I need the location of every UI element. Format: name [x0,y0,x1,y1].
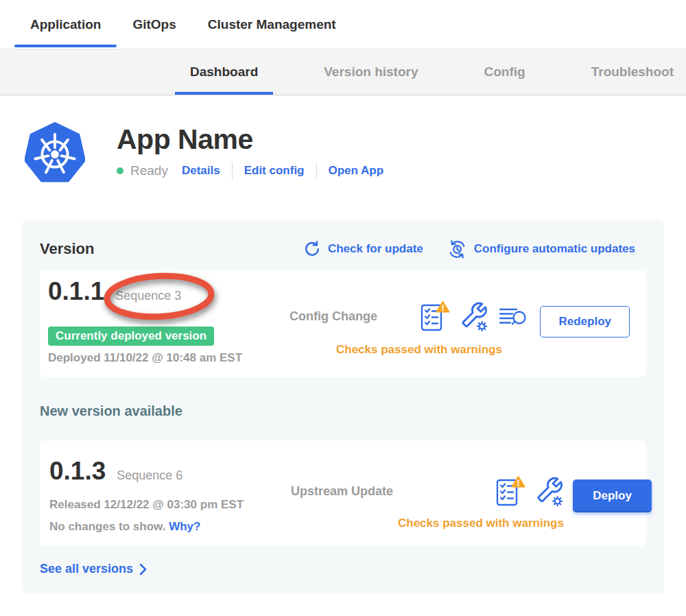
chevron-right-icon [139,563,147,576]
available-change-type: Upstream Update [291,484,393,499]
version-panel: Version Check for update [22,220,664,594]
preflight-checks-warning-icon[interactable] [495,475,525,507]
divider [316,163,317,179]
app-status: Ready [130,163,168,178]
view-files-icon[interactable] [498,304,527,329]
new-version-heading: New version available [40,403,646,419]
tab-config[interactable]: Config [469,49,541,95]
redeploy-button[interactable]: Redeploy [540,306,630,337]
available-version-sequence: Sequence 6 [117,469,182,483]
current-version-sequence: Sequence 3 [115,289,181,303]
currently-deployed-badge: Currently deployed version [48,327,214,346]
tab-troubleshoot[interactable]: Troubleshoot [576,49,686,95]
why-link[interactable]: Why? [169,520,200,533]
configure-auto-updates-button[interactable]: Configure automatic updates [447,239,635,259]
open-app-link[interactable]: Open App [329,164,384,178]
tab-application[interactable]: Application [14,0,117,49]
see-all-versions-label: See all versions [40,562,133,576]
auto-update-clock-icon [447,239,467,259]
refresh-icon [303,240,321,258]
tab-cluster-management[interactable]: Cluster Management [192,0,352,49]
check-for-update-button[interactable]: Check for update [303,240,423,258]
current-version-card: 0.1.1 Sequence 3 Currently deployed vers… [40,270,646,377]
app-sub-nav: Dashboard Version history Config Trouble… [0,49,686,95]
configure-auto-updates-label: Configure automatic updates [474,242,635,256]
current-checks-status: Checks passed with warnings [336,343,527,357]
divider [232,163,233,179]
deployed-timestamp: Deployed 11/10/22 @ 10:48 am EST [48,351,289,365]
deploy-button[interactable]: Deploy [573,479,652,512]
available-checks-status: Checks passed with warnings [398,517,564,530]
primary-nav: Application GitOps Cluster Management [0,0,686,49]
available-version-number: 0.1.3 [49,457,106,486]
edit-config-wrench-icon[interactable] [460,301,488,331]
tab-version-history[interactable]: Version history [309,49,433,95]
no-changes-text: No changes to show. [49,520,165,533]
version-heading: Version [40,240,94,258]
app-header: App Name Ready Details Edit config Open … [0,95,686,185]
details-link[interactable]: Details [182,164,220,178]
tab-gitops[interactable]: GitOps [117,0,191,49]
ready-status-dot [117,167,123,174]
preflight-checks-warning-icon[interactable] [420,300,450,332]
page-title: App Name [117,123,383,156]
tab-dashboard[interactable]: Dashboard [175,49,273,95]
check-for-update-label: Check for update [328,242,423,256]
edit-config-wrench-icon[interactable] [535,476,564,506]
edit-config-link[interactable]: Edit config [244,164,305,178]
current-change-type: Config Change [289,309,377,324]
see-all-versions-link[interactable]: See all versions [40,562,646,576]
released-timestamp: Released 12/12/22 @ 03:30 pm EST [49,498,291,512]
current-version-number: 0.1.1 [48,277,104,306]
kubernetes-logo-icon [25,122,85,185]
available-version-card: 0.1.3 Sequence 6 Released 12/12/22 @ 03:… [40,440,646,546]
